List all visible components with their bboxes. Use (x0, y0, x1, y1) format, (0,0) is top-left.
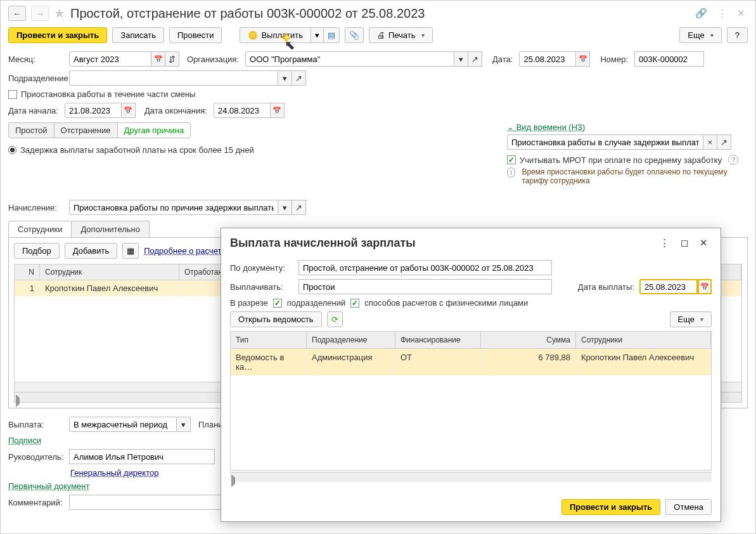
accrual-open[interactable]: ↗ (292, 200, 306, 215)
signs-link[interactable]: Подписи (8, 436, 41, 445)
dept-dd[interactable]: ▾ (278, 70, 292, 86)
info-note: Время приостановки работы будет оплачено… (522, 167, 748, 185)
mcol-type: Тип (231, 332, 307, 348)
pay-modal: Выплата начисленной зарплаты ⋮ ◻ ✕ По до… (221, 228, 721, 522)
sect-tab-employees[interactable]: Сотрудники (8, 221, 72, 237)
modal-cancel-button[interactable]: Отмена (665, 499, 712, 515)
timetype-open[interactable]: ↗ (717, 134, 731, 150)
post-close-button[interactable]: Провести и закрыть (8, 27, 107, 43)
timetype-input[interactable] (507, 134, 703, 150)
mcol-emp: Сотрудники (576, 332, 711, 348)
m-doc-input[interactable] (298, 260, 552, 275)
month-input[interactable] (69, 51, 151, 67)
chevron-down-icon: ⌄ (507, 122, 514, 132)
print-button[interactable]: Печать (369, 27, 433, 43)
timetype-toggle[interactable]: ⌄ Вид времени (НЗ) (507, 122, 748, 132)
date-end-cal[interactable] (271, 103, 285, 118)
mgr-input[interactable] (69, 449, 215, 464)
pay-list-button[interactable]: ▤ (324, 27, 340, 43)
link-icon[interactable]: 🔗 (693, 8, 710, 19)
m-paydate-input[interactable] (639, 279, 698, 294)
month-cal-icon[interactable] (151, 51, 165, 67)
month-spin[interactable]: ⇵ (165, 51, 179, 67)
pay-button[interactable]: 🪙Выплатить (240, 27, 311, 43)
col-n: N (15, 264, 40, 280)
date-start-input[interactable] (65, 103, 122, 118)
refresh-button[interactable]: ⟳ (327, 311, 343, 327)
calc-details-link[interactable]: Подробнее о расчете (144, 246, 226, 256)
modal-grid[interactable]: Тип Подразделение Финансирование Сумма С… (230, 331, 712, 471)
partshift-checkbox[interactable] (8, 90, 17, 99)
mrot-checkbox[interactable] (507, 155, 516, 164)
close-icon[interactable]: ✕ (734, 8, 748, 19)
payout-label: Выплата: (8, 420, 65, 429)
split-dept-label: подразделений (287, 298, 345, 308)
tab-simple[interactable]: Простой (9, 123, 54, 138)
refresh-icon: ⟳ (331, 315, 338, 324)
org-dd[interactable]: ▾ (454, 51, 468, 67)
payout-input[interactable] (69, 417, 177, 432)
date-cal[interactable] (576, 51, 590, 67)
add-button[interactable]: Добавить (65, 243, 117, 259)
modal-hscroll[interactable] (230, 472, 712, 482)
primary-doc-link[interactable]: Первичный документ (8, 481, 89, 491)
date-start-cal[interactable] (122, 103, 136, 118)
num-input[interactable] (634, 51, 704, 67)
menu-icon[interactable]: ⋮ (715, 8, 729, 19)
nav-fwd[interactable]: → (31, 6, 49, 21)
partshift-label: Приостановка работы в течение части смен… (21, 89, 195, 99)
save-button[interactable]: Записать (112, 27, 164, 43)
split-method-check[interactable] (350, 299, 359, 308)
pay-dropdown[interactable]: ▾ (311, 27, 324, 43)
tab-other[interactable]: Другая причина (118, 123, 191, 138)
page-title: Простой, отстранение от работы 003К-0000… (70, 6, 688, 21)
dept-input[interactable] (69, 70, 278, 86)
modal-max-icon[interactable]: ◻ (677, 236, 692, 250)
mcol-sum: Сумма (481, 332, 576, 348)
help-button[interactable]: ? (727, 27, 748, 43)
mgr-label: Руководитель: (8, 452, 65, 462)
col-emp: Сотрудник (40, 264, 179, 280)
fav-icon[interactable]: ★ (54, 6, 65, 21)
sect-tab-more[interactable]: Дополнительно (71, 221, 150, 237)
nav-back[interactable]: ← (8, 6, 26, 21)
m-paywhat-input[interactable] (298, 279, 552, 294)
date-end-input[interactable] (214, 103, 271, 118)
split-dept-check[interactable] (273, 299, 282, 308)
modal-ok-button[interactable]: Провести и закрыть (561, 499, 660, 515)
org-input[interactable] (245, 51, 454, 67)
grid-options[interactable]: ▦ (122, 243, 139, 259)
mgr-pos-link[interactable]: Генеральный директор (70, 468, 158, 478)
payout-dd[interactable]: ▾ (177, 417, 191, 432)
open-sheet-button[interactable]: Открыть ведомость (230, 311, 322, 327)
modal-title: Выплата начисленной зарплаты (230, 237, 652, 250)
help-icon[interactable]: ? (728, 155, 738, 165)
m-paydate-cal[interactable] (698, 279, 712, 294)
coins-icon: 🪙 (248, 30, 258, 40)
accrual-dd[interactable]: ▾ (278, 200, 292, 215)
post-button[interactable]: Провести (169, 27, 222, 43)
comment-label: Комментарий: (8, 498, 65, 507)
select-button[interactable]: Подбор (14, 243, 60, 259)
accrual-label: Начисление: (8, 203, 65, 212)
modal-menu-icon[interactable]: ⋮ (656, 236, 673, 250)
modal-table-row[interactable]: Ведомость в ка… Администрация ОТ 6 789,8… (231, 349, 711, 375)
clip-icon (349, 30, 359, 40)
modal-more-button[interactable]: Еще (670, 311, 712, 327)
reason-label: Задержка выплаты заработной платы на сро… (20, 145, 254, 155)
tab-suspend[interactable]: Отстранение (54, 123, 118, 138)
modal-close-icon[interactable]: ✕ (696, 236, 712, 250)
printer-icon (377, 30, 385, 40)
dept-open[interactable]: ↗ (292, 70, 306, 86)
attach-button[interactable] (345, 27, 364, 43)
accrual-input[interactable] (69, 200, 278, 215)
more-button[interactable]: Еще (679, 27, 721, 43)
reason-radio[interactable] (8, 146, 16, 154)
timetype-clear[interactable]: × (703, 134, 717, 150)
dept-label: Подразделение: (8, 74, 65, 83)
m-doc-label: По документу: (230, 263, 293, 273)
mcol-dept: Подразделение (307, 332, 395, 348)
num-label: Номер: (600, 55, 631, 64)
org-open[interactable]: ↗ (468, 51, 482, 67)
date-input[interactable] (519, 51, 576, 67)
